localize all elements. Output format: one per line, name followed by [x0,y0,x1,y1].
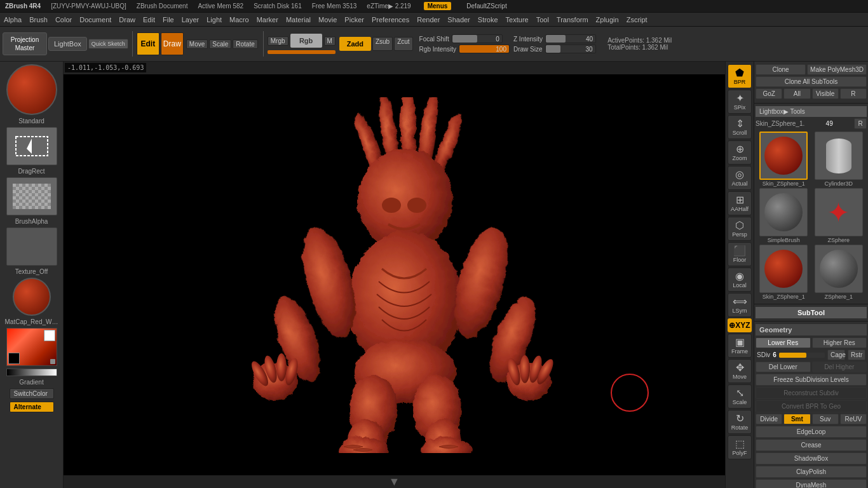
texture-thumb[interactable] [6,227,57,266]
menu-render[interactable]: Render [417,16,440,24]
menu-zscript[interactable]: Zscript [627,16,648,24]
convert-bpr-button[interactable]: Convert BPR To Geo [756,400,867,412]
brush-alpha-thumb[interactable] [6,177,57,215]
menu-shader[interactable]: Shader [447,16,470,24]
del-lower-button[interactable]: Del Lower [756,362,811,372]
scroll-button[interactable]: ⇕ Scroll [728,115,752,139]
move-button[interactable]: Move [186,39,208,49]
menu-document[interactable]: Document [79,16,111,24]
thumb-cylinder3d[interactable]: Cylinder3D [812,132,866,187]
r-skin-button[interactable]: R [854,118,867,129]
floor-button[interactable]: ⬛ Floor [728,242,752,266]
menu-macro[interactable]: Macro [229,16,249,24]
thumb-simple-brush[interactable]: SimpleBrush [757,188,811,243]
thumb-skin-zsphere-1[interactable]: Skin_ZSphere_1 [757,132,811,187]
divide-button[interactable]: Divide [756,414,782,424]
menu-picker[interactable]: Picker [344,16,364,24]
viewport[interactable] [64,74,725,475]
switch-color-button[interactable]: SwitchColor [10,388,54,399]
bpr-button[interactable]: ⬟ BPR [728,64,752,88]
move-tool-button[interactable]: ✥ Move [728,359,752,383]
local-button[interactable]: ◉ Local [728,268,752,292]
shadowbox-button[interactable]: ShadowBox [756,452,867,464]
matcap-thumbnail[interactable] [13,278,51,316]
quick-sketch-button[interactable]: Quick Sketch [88,39,128,49]
menu-edit[interactable]: Edit [143,16,155,24]
del-higher-button[interactable]: Del Higher [812,362,867,372]
all-button[interactable]: All [783,88,810,99]
thumb-zsphere[interactable]: ✦ ZSphere [812,188,866,243]
spix-button[interactable]: ✦ SPix [728,90,752,114]
lightbox-button[interactable]: LightBox [48,37,87,51]
menu-zplugin[interactable]: Zplugin [596,16,619,24]
r-button[interactable]: R [840,88,867,99]
lsym-button[interactable]: ⟺ LSym [728,293,752,317]
cage-button[interactable]: Cage [827,349,845,360]
menu-movie[interactable]: Movie [318,16,337,24]
dynamesh-button[interactable]: DynaMesh [756,479,867,488]
color-picker[interactable] [6,328,57,366]
scale-button[interactable]: Scale [209,39,231,49]
suv-button[interactable]: Suv [812,414,839,424]
rotate-tool-button[interactable]: ↻ Rotate [728,410,752,434]
material-thumbnail[interactable] [6,64,57,115]
menu-color[interactable]: Color [55,16,72,24]
zadd-button[interactable]: Zadd [339,37,371,51]
edgeloop-button[interactable]: EdgeLoop [756,426,867,438]
canvas-area[interactable]: ▼ [64,62,725,488]
frame-button[interactable]: ▣ Frame [728,334,752,358]
reconstruct-subdiv-button[interactable]: Reconstruct Subdiv [756,387,867,399]
menu-material[interactable]: Material [286,16,311,24]
higher-res-button[interactable]: Higher Res [812,337,867,348]
actual-button[interactable]: ◎ Actual [728,166,752,190]
menu-tool[interactable]: Tool [536,16,549,24]
clone-button[interactable]: Clone [756,64,806,75]
menu-file[interactable]: File [163,16,174,24]
freeze-subdiv-button[interactable]: Freeze SubDivision Levels [756,374,867,386]
reuv-button[interactable]: ReUV [840,414,867,424]
mrgb-button[interactable]: Mrgb [268,36,288,46]
goz-button[interactable]: GoZ [756,88,782,99]
z-intensity-slider[interactable]: 40 [545,34,596,43]
menu-texture[interactable]: Texture [506,16,529,24]
menus-button[interactable]: Menus [424,2,452,10]
persp-button[interactable]: ⬡ Persp [728,217,752,241]
clone-all-subtools-button[interactable]: Clone All SubTools [756,76,867,87]
menu-stroke[interactable]: Stroke [478,16,498,24]
lightbox-tools-button[interactable]: Lightbox▶ Tools [756,106,867,117]
drag-rect-brush[interactable] [6,127,57,165]
rotate-button[interactable]: Rotate [233,39,257,49]
thumb-zsphere-1[interactable]: ZSphere_1 [812,245,866,300]
menu-draw[interactable]: Draw [119,16,135,24]
zsub-button[interactable]: Zsub [372,37,393,51]
rgb-button[interactable]: Rgb [290,34,322,48]
draw-button[interactable]: Draw [161,32,184,55]
zoom-button[interactable]: ⊕ Zoom [728,140,752,165]
focal-shift-slider[interactable]: 0 [452,34,503,43]
menu-layer[interactable]: Layer [182,16,200,24]
menu-brush[interactable]: Brush [29,16,48,24]
scale-tool-button[interactable]: ⤡ Scale [728,384,752,409]
thumb-skin-zsphere-2[interactable]: Skin_ZSphere_1 [757,245,811,300]
polyf-button[interactable]: ⬚ PolyF [728,435,752,459]
xyz-button[interactable]: ⊕XYZ [728,318,752,332]
visible-button[interactable]: Visible [812,88,839,99]
scroll-indicator[interactable]: ▼ [389,475,400,489]
alternate-button[interactable]: Alternate [10,402,54,412]
menu-marker[interactable]: Marker [257,16,278,24]
zcut-button[interactable]: Zcut [394,37,412,51]
gradient-bar[interactable] [6,369,57,376]
smt-button[interactable]: Smt [783,414,810,424]
draw-size-slider[interactable]: 30 [545,44,596,53]
menu-preferences[interactable]: Preferences [372,16,409,24]
projection-master-button[interactable]: Projection Master [3,32,47,55]
menu-light[interactable]: Light [207,16,222,24]
claypolish-button[interactable]: ClayPolish [756,466,867,478]
sdiv-slider[interactable] [779,353,825,358]
make-polymesh-button[interactable]: Make PolyMesh3D [807,64,867,75]
crease-button[interactable]: Crease [756,439,867,451]
menu-transform[interactable]: Transform [557,16,588,24]
m-button[interactable]: M [324,36,336,46]
geometry-title[interactable]: Geometry [756,324,867,336]
edit-button[interactable]: Edit [137,32,159,55]
